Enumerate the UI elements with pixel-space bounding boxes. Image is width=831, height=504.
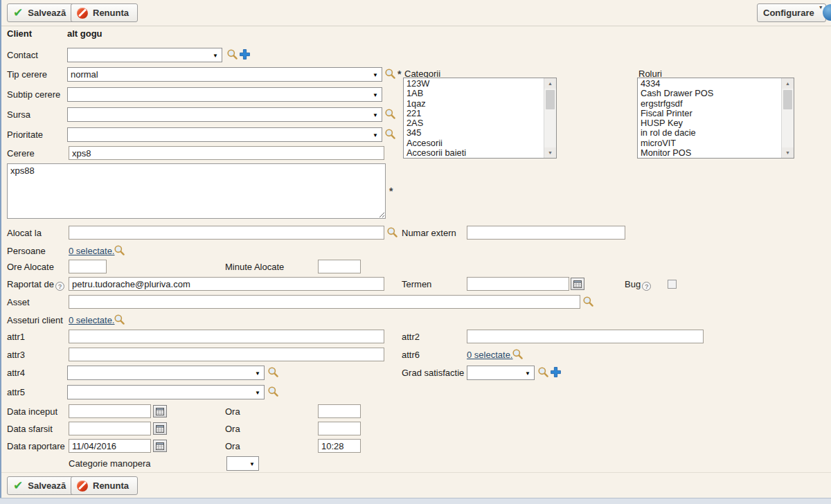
contact-search-icon[interactable]: [226, 48, 238, 60]
prioritate-select-value: [68, 128, 382, 129]
configure-button[interactable]: Configurare ▼: [757, 3, 826, 22]
prioritate-search-icon[interactable]: [384, 128, 396, 140]
grad-satisfactie-search-icon[interactable]: [537, 366, 549, 378]
subtip-cerere-select-value: [68, 88, 382, 89]
ora-sfarsit-input[interactable]: [318, 422, 361, 435]
scroll-down-icon[interactable]: ▼: [782, 147, 794, 158]
sursa-select[interactable]: [67, 107, 382, 122]
numar-extern-input[interactable]: [467, 226, 625, 240]
subtip-cerere-label: Subtip cerere: [7, 89, 60, 100]
raportat-de-input[interactable]: [69, 277, 384, 291]
attr2-input[interactable]: [467, 330, 704, 343]
list-item[interactable]: HUSP Key: [638, 118, 781, 128]
attr4-search-icon[interactable]: [267, 366, 279, 378]
cancel-button-bottom[interactable]: Renunta: [71, 476, 138, 495]
asset-search-icon[interactable]: [582, 296, 594, 307]
categorii-listbox[interactable]: 123W1AB1qaz2212AS345AccesoriiAccesorii b…: [403, 78, 557, 159]
list-item[interactable]: 123W: [404, 79, 544, 89]
termen-input[interactable]: [467, 277, 569, 291]
list-item[interactable]: ergstrfgsdf: [638, 99, 781, 109]
roluri-scrollbar[interactable]: ▲ ▼: [781, 78, 794, 158]
prioritate-select[interactable]: [67, 127, 382, 142]
persoane-search-icon[interactable]: [114, 244, 125, 256]
ora-raportare-input[interactable]: [318, 439, 361, 453]
list-item[interactable]: microVIT: [638, 138, 781, 148]
attr4-select[interactable]: [67, 366, 265, 380]
request-edit-page: ✔ Salvează Renunta Configurare ▼ Client …: [0, 0, 831, 504]
attr5-select[interactable]: [67, 385, 265, 399]
categorie-manopera-select[interactable]: [226, 456, 259, 471]
grad-satisfactie-select[interactable]: [467, 366, 535, 380]
list-item[interactable]: Accesorii baieti: [404, 148, 544, 158]
list-item[interactable]: Cash Drawer POS: [638, 89, 781, 98]
contact-select[interactable]: [67, 48, 222, 62]
help-icon[interactable]: ?: [55, 282, 64, 291]
scroll-down-icon[interactable]: ▼: [544, 147, 556, 158]
list-item[interactable]: Accesorii: [404, 138, 544, 148]
persoane-selected-link[interactable]: 0 selectate.: [69, 246, 115, 256]
cancel-button[interactable]: Renunta: [71, 3, 138, 22]
asseturi-client-selected-link[interactable]: 0 selectate.: [69, 315, 115, 325]
list-item[interactable]: 1qaz: [404, 99, 544, 109]
list-item[interactable]: Fiscal Printer: [638, 109, 781, 118]
bug-label: Bug?: [625, 279, 651, 291]
data-sfarsit-calendar-icon[interactable]: [153, 422, 167, 435]
data-inceput-label: Data inceput: [7, 406, 57, 417]
attr1-input[interactable]: [69, 330, 384, 343]
save-button[interactable]: ✔ Salvează: [7, 3, 75, 22]
descriere-required-marker: *: [389, 186, 393, 197]
ore-alocate-label: Ore Alocate: [7, 262, 54, 272]
sursa-search-icon[interactable]: [384, 108, 396, 120]
ora-inceput-label: Ora: [225, 406, 240, 417]
attr6-selected-link[interactable]: 0 selectate.: [467, 350, 513, 360]
attr5-search-icon[interactable]: [267, 386, 279, 397]
list-item[interactable]: 345: [404, 128, 544, 138]
cancel-button-label: Renunta: [93, 480, 129, 491]
data-inceput-calendar-icon[interactable]: [153, 405, 167, 417]
data-sfarsit-input[interactable]: [69, 422, 151, 435]
ore-alocate-input[interactable]: [69, 260, 107, 273]
data-inceput-input[interactable]: [69, 404, 151, 418]
subtip-cerere-select[interactable]: [67, 87, 382, 102]
attr3-input[interactable]: [69, 348, 384, 361]
scroll-up-icon[interactable]: ▲: [782, 78, 794, 89]
cerere-input[interactable]: [69, 146, 384, 160]
grad-satisfactie-add-icon[interactable]: [550, 366, 562, 378]
client-value: alt gogu: [67, 28, 102, 39]
bottom-toolbar: ✔ Salvează Renunta: [1, 472, 831, 498]
list-item[interactable]: 2AS: [404, 118, 544, 128]
asset-input[interactable]: [69, 295, 580, 309]
attr6-search-icon[interactable]: [512, 348, 524, 360]
attr2-label: attr2: [402, 332, 420, 342]
help-icon[interactable]: ?: [642, 282, 651, 291]
bug-checkbox[interactable]: [668, 280, 677, 289]
alocat-la-search-icon[interactable]: [386, 226, 398, 238]
save-button-bottom[interactable]: ✔ Salvează: [7, 476, 75, 495]
contact-select-value: [68, 48, 222, 50]
list-item[interactable]: 1AB: [404, 89, 544, 98]
chevron-down-icon: ▼: [819, 5, 823, 10]
contact-add-icon[interactable]: [239, 48, 251, 60]
scroll-up-icon[interactable]: ▲: [544, 78, 556, 89]
list-item[interactable]: Monitor POS: [638, 148, 781, 158]
asseturi-client-search-icon[interactable]: [114, 314, 125, 325]
descriere-textarea[interactable]: xps88: [7, 163, 386, 219]
form-panel: ✔ Salvează Renunta Configurare ▼ Client …: [0, 0, 831, 498]
alocat-la-input[interactable]: [69, 226, 384, 240]
ora-inceput-input[interactable]: [318, 404, 361, 418]
minute-alocate-input[interactable]: [318, 260, 361, 273]
data-raportare-calendar-icon[interactable]: [153, 440, 167, 452]
scrollbar-thumb[interactable]: [546, 90, 555, 109]
list-item[interactable]: 4334: [638, 79, 781, 89]
data-raportare-label: Data raportare: [7, 441, 65, 451]
check-icon: ✔: [13, 480, 23, 492]
data-raportare-input[interactable]: [69, 439, 151, 453]
roluri-listbox[interactable]: 4334Cash Drawer POSergstrfgsdfFiscal Pri…: [637, 78, 794, 159]
scrollbar-thumb[interactable]: [783, 90, 792, 109]
list-item[interactable]: in rol de dacie: [638, 128, 781, 138]
list-item[interactable]: 221: [404, 109, 544, 118]
tip-cerere-search-icon[interactable]: [384, 68, 396, 80]
categorii-scrollbar[interactable]: ▲ ▼: [544, 78, 556, 158]
tip-cerere-select[interactable]: normal: [67, 67, 382, 82]
termen-calendar-icon[interactable]: [571, 278, 584, 290]
